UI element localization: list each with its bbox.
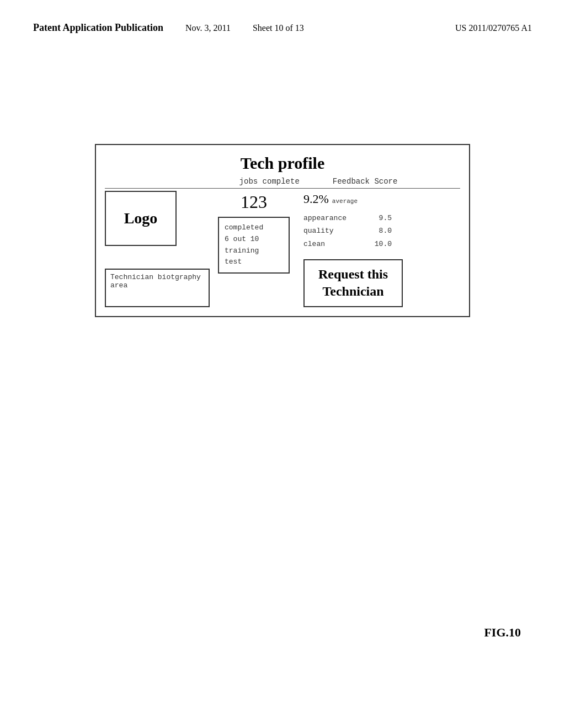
sheet-number: Sheet 10 of 13 (253, 23, 304, 33)
card-title: Tech profile (105, 154, 460, 173)
logo-box: Logo (105, 191, 177, 246)
tech-profile-card: Tech profile jobs complete Feedback Scor… (95, 144, 470, 317)
page-header: Patent Application Publication Nov. 3, 2… (0, 0, 565, 34)
score-row-quality: quality 8.0 (303, 224, 392, 237)
main-content: Tech profile jobs complete Feedback Scor… (0, 34, 565, 317)
feedback-percentage: 9.2% (303, 192, 329, 206)
score-value-clean: 10.0 (375, 238, 392, 250)
biography-text: Technician biotgraphyarea (110, 273, 201, 290)
request-button-text: Request this Technician (312, 266, 394, 300)
right-column: 9.2% average appearance 9.5 quality 8.0 … (298, 191, 460, 307)
card-subtitle-row: jobs complete Feedback Score (105, 177, 460, 186)
score-row-appearance: appearance 9.5 (303, 212, 392, 224)
patent-number: US 2011/0270765 A1 (455, 23, 532, 33)
score-label-clean: clean (303, 238, 353, 250)
jobs-number: 123 (241, 192, 267, 212)
figure-label: FIG.10 (484, 625, 521, 640)
request-technician-button[interactable]: Request this Technician (303, 259, 403, 307)
score-row-clean: clean 10.0 (303, 238, 392, 250)
scores-table: appearance 9.5 quality 8.0 clean 10.0 (303, 212, 460, 250)
training-text: completed6 out 10trainingtest (225, 223, 263, 266)
card-body: Logo Technician biotgraphyarea 123 compl… (105, 191, 460, 307)
score-label-quality: quality (303, 224, 353, 237)
training-box: completed6 out 10trainingtest (218, 217, 290, 274)
left-column: Logo Technician biotgraphyarea (105, 191, 210, 307)
subtitle-feedback: Feedback Score (333, 177, 398, 186)
score-value-quality: 8.0 (379, 224, 392, 237)
score-label-appearance: appearance (303, 212, 353, 224)
middle-column: 123 completed6 out 10trainingtest (210, 191, 298, 307)
feedback-average: average (332, 198, 358, 205)
divider (105, 188, 460, 189)
biography-box: Technician biotgraphyarea (105, 269, 210, 307)
logo-text: Logo (124, 210, 158, 227)
score-value-appearance: 9.5 (379, 212, 392, 224)
publication-date: Nov. 3, 2011 (185, 23, 231, 33)
feedback-score-row: 9.2% average (303, 192, 460, 206)
patent-application-label: Patent Application Publication (33, 22, 163, 34)
subtitle-jobs: jobs complete (239, 177, 300, 186)
